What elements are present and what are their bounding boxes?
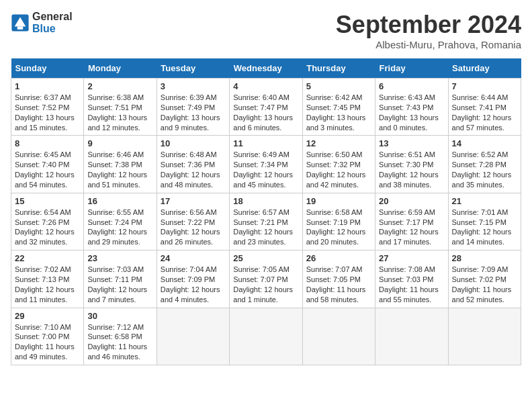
cell-line: and 48 minutes. [161, 180, 226, 190]
table-row: 11Sunrise: 6:49 AMSunset: 7:34 PMDayligh… [230, 136, 302, 193]
cell-line: and 6 minutes. [233, 123, 298, 133]
day-number: 27 [379, 253, 444, 263]
cell-line: Sunrise: 7:04 AM [161, 265, 226, 275]
table-row: 13Sunrise: 6:51 AMSunset: 7:30 PMDayligh… [375, 136, 448, 193]
cell-line: Sunset: 7:00 PM [15, 332, 80, 342]
cell-line: Sunrise: 6:37 AM [15, 93, 80, 103]
cell-line: and 14 minutes. [452, 237, 517, 247]
table-row: 18Sunrise: 6:57 AMSunset: 7:21 PMDayligh… [230, 193, 302, 250]
day-number: 5 [306, 81, 371, 91]
month-title: September 2024 [336, 11, 521, 39]
logo-icon [11, 13, 30, 32]
svg-rect-2 [17, 27, 23, 30]
calendar-week-row: 1Sunrise: 6:37 AMSunset: 7:52 PMDaylight… [11, 79, 521, 136]
cell-line: Sunset: 7:40 PM [15, 160, 80, 170]
cell-line: Sunrise: 6:42 AM [306, 93, 371, 103]
cell-line: and 32 minutes. [15, 237, 80, 247]
cell-line: and 54 minutes. [15, 180, 80, 190]
day-number: 22 [15, 253, 80, 263]
cell-line: Daylight: 12 hours [87, 227, 152, 237]
header-saturday: Saturday [448, 58, 521, 79]
table-row: 22Sunrise: 7:02 AMSunset: 7:13 PMDayligh… [11, 250, 84, 308]
calendar-week-row: 15Sunrise: 6:54 AMSunset: 7:26 PMDayligh… [11, 193, 521, 250]
cell-line: Sunset: 7:15 PM [452, 218, 517, 228]
cell-line: and 12 minutes. [87, 123, 152, 133]
cell-line: Sunrise: 6:49 AM [233, 150, 298, 160]
cell-line: Daylight: 11 hours [87, 342, 152, 352]
logo: General Blue [11, 11, 73, 35]
day-number: 4 [233, 81, 298, 91]
day-number: 23 [87, 253, 152, 263]
cell-line: Daylight: 12 hours [161, 170, 226, 180]
cell-line: Daylight: 12 hours [452, 113, 517, 123]
table-row: 1Sunrise: 6:37 AMSunset: 7:52 PMDaylight… [11, 79, 84, 136]
cell-line: Sunrise: 6:40 AM [233, 93, 298, 103]
table-row: 23Sunrise: 7:03 AMSunset: 7:11 PMDayligh… [84, 250, 157, 308]
cell-line: Sunrise: 6:56 AM [161, 208, 226, 218]
table-row: 21Sunrise: 7:01 AMSunset: 7:15 PMDayligh… [448, 193, 521, 250]
cell-line: Daylight: 13 hours [379, 113, 444, 123]
cell-line: Sunrise: 6:54 AM [15, 208, 80, 218]
title-section: September 2024 Albesti-Muru, Prahova, Ro… [336, 11, 521, 50]
cell-line: Daylight: 13 hours [306, 113, 371, 123]
header-friday: Friday [375, 58, 448, 79]
day-number: 30 [87, 311, 152, 321]
table-row: 20Sunrise: 6:59 AMSunset: 7:17 PMDayligh… [375, 193, 448, 250]
location: Albesti-Muru, Prahova, Romania [336, 39, 521, 50]
day-number: 1 [15, 81, 80, 91]
table-row: 3Sunrise: 6:39 AMSunset: 7:49 PMDaylight… [157, 79, 229, 136]
cell-line: Daylight: 12 hours [452, 227, 517, 237]
day-number: 9 [87, 138, 152, 148]
cell-line: Sunset: 7:11 PM [87, 275, 152, 285]
cell-line: Daylight: 12 hours [306, 170, 371, 180]
cell-line: Daylight: 12 hours [379, 170, 444, 180]
day-number: 21 [452, 196, 517, 206]
cell-line: Sunset: 7:47 PM [233, 103, 298, 113]
cell-line: Daylight: 12 hours [161, 227, 226, 237]
table-row: 14Sunrise: 6:52 AMSunset: 7:28 PMDayligh… [448, 136, 521, 193]
cell-line: and 58 minutes. [306, 295, 371, 305]
cell-line: and 46 minutes. [87, 352, 152, 362]
table-row [448, 308, 521, 365]
cell-line: Daylight: 12 hours [87, 285, 152, 295]
cell-line: Sunset: 7:09 PM [161, 275, 226, 285]
cell-line: Sunset: 7:17 PM [379, 218, 444, 228]
cell-line: Sunset: 7:43 PM [379, 103, 444, 113]
cell-line: and 29 minutes. [87, 237, 152, 247]
day-number: 29 [15, 311, 80, 321]
table-row: 28Sunrise: 7:09 AMSunset: 7:02 PMDayligh… [448, 250, 521, 308]
cell-line: Sunset: 7:38 PM [87, 160, 152, 170]
header-sunday: Sunday [11, 58, 84, 79]
cell-line: Daylight: 12 hours [87, 170, 152, 180]
calendar-week-row: 29Sunrise: 7:10 AMSunset: 7:00 PMDayligh… [11, 308, 521, 365]
day-number: 7 [452, 81, 517, 91]
day-number: 20 [379, 196, 444, 206]
table-row: 25Sunrise: 7:05 AMSunset: 7:07 PMDayligh… [230, 250, 302, 308]
cell-line: and 11 minutes. [15, 295, 80, 305]
table-row: 9Sunrise: 6:46 AMSunset: 7:38 PMDaylight… [84, 136, 157, 193]
cell-line: Sunset: 7:49 PM [161, 103, 226, 113]
cell-line: Daylight: 13 hours [233, 113, 298, 123]
calendar-week-row: 22Sunrise: 7:02 AMSunset: 7:13 PMDayligh… [11, 250, 521, 308]
cell-line: Sunrise: 6:59 AM [379, 208, 444, 218]
table-row: 15Sunrise: 6:54 AMSunset: 7:26 PMDayligh… [11, 193, 84, 250]
cell-line: Sunrise: 6:48 AM [161, 150, 226, 160]
header-tuesday: Tuesday [157, 58, 229, 79]
cell-line: Sunrise: 7:02 AM [15, 265, 80, 275]
header-monday: Monday [84, 58, 157, 79]
cell-line: Daylight: 13 hours [15, 113, 80, 123]
cell-line: Daylight: 12 hours [379, 227, 444, 237]
cell-line: and 52 minutes. [452, 295, 517, 305]
cell-line: Sunrise: 6:39 AM [161, 93, 226, 103]
table-row: 2Sunrise: 6:38 AMSunset: 7:51 PMDaylight… [84, 79, 157, 136]
cell-line: and 49 minutes. [15, 352, 80, 362]
logo-text: General Blue [32, 11, 73, 35]
cell-line: and 45 minutes. [233, 180, 298, 190]
day-number: 15 [15, 196, 80, 206]
day-number: 18 [233, 196, 298, 206]
cell-line: Sunrise: 6:43 AM [379, 93, 444, 103]
cell-line: Sunset: 7:24 PM [87, 218, 152, 228]
cell-line: and 20 minutes. [306, 237, 371, 247]
cell-line: Sunset: 7:32 PM [306, 160, 371, 170]
page-header: General Blue September 2024 Albesti-Muru… [11, 11, 521, 50]
